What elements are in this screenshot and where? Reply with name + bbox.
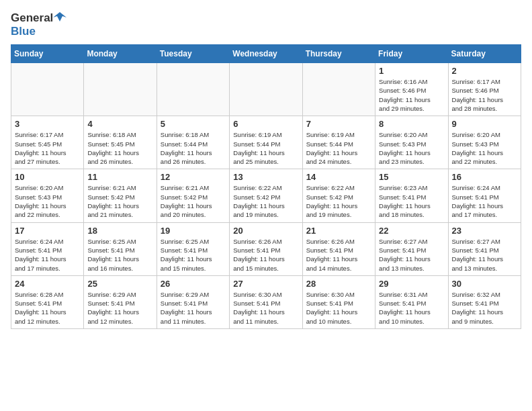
calendar-cell: 25Sunrise: 6:29 AM Sunset: 5:41 PM Dayli…	[84, 275, 157, 328]
day-info: Sunrise: 6:30 AM Sunset: 5:41 PM Dayligh…	[233, 290, 298, 326]
calendar-week-row: 1Sunrise: 6:16 AM Sunset: 5:46 PM Daylig…	[11, 63, 521, 116]
calendar-cell: 1Sunrise: 6:16 AM Sunset: 5:46 PM Daylig…	[375, 63, 448, 116]
day-number: 14	[306, 172, 371, 182]
day-info: Sunrise: 6:17 AM Sunset: 5:45 PM Dayligh…	[15, 130, 80, 166]
logo: General Blue	[11, 11, 66, 38]
calendar-week-row: 24Sunrise: 6:28 AM Sunset: 5:41 PM Dayli…	[11, 275, 521, 328]
logo-line2: Blue	[11, 25, 66, 38]
day-number: 21	[306, 226, 371, 236]
calendar-cell	[230, 63, 302, 116]
day-info: Sunrise: 6:24 AM Sunset: 5:41 PM Dayligh…	[452, 183, 517, 219]
day-number: 25	[87, 279, 152, 289]
day-info: Sunrise: 6:23 AM Sunset: 5:41 PM Dayligh…	[379, 183, 444, 219]
day-info: Sunrise: 6:26 AM Sunset: 5:41 PM Dayligh…	[233, 237, 298, 273]
day-number: 28	[306, 279, 371, 289]
calendar-cell: 16Sunrise: 6:24 AM Sunset: 5:41 PM Dayli…	[448, 169, 521, 222]
day-info: Sunrise: 6:22 AM Sunset: 5:42 PM Dayligh…	[306, 183, 371, 219]
calendar-cell: 5Sunrise: 6:18 AM Sunset: 5:44 PM Daylig…	[157, 116, 229, 169]
page-header: General Blue	[11, 11, 521, 38]
day-number: 7	[306, 119, 371, 129]
calendar-cell: 11Sunrise: 6:21 AM Sunset: 5:42 PM Dayli…	[84, 169, 157, 222]
day-info: Sunrise: 6:18 AM Sunset: 5:44 PM Dayligh…	[161, 130, 226, 166]
day-number: 6	[233, 119, 298, 129]
day-info: Sunrise: 6:30 AM Sunset: 5:41 PM Dayligh…	[306, 290, 371, 326]
calendar-cell	[11, 63, 84, 116]
day-number: 24	[15, 279, 80, 289]
day-number: 2	[452, 66, 517, 76]
calendar-cell	[84, 63, 157, 116]
calendar-cell: 10Sunrise: 6:20 AM Sunset: 5:43 PM Dayli…	[11, 169, 84, 222]
weekday-header-tuesday: Tuesday	[157, 45, 229, 63]
calendar-cell: 7Sunrise: 6:19 AM Sunset: 5:44 PM Daylig…	[302, 116, 375, 169]
day-number: 18	[87, 226, 152, 236]
day-info: Sunrise: 6:27 AM Sunset: 5:41 PM Dayligh…	[452, 237, 517, 273]
weekday-header-saturday: Saturday	[448, 45, 521, 63]
logo-line1: General	[11, 11, 66, 25]
day-info: Sunrise: 6:17 AM Sunset: 5:46 PM Dayligh…	[452, 77, 517, 113]
logo-bird-icon	[53, 12, 66, 21]
day-info: Sunrise: 6:16 AM Sunset: 5:46 PM Dayligh…	[379, 77, 444, 113]
calendar-cell	[157, 63, 229, 116]
calendar-cell: 17Sunrise: 6:24 AM Sunset: 5:41 PM Dayli…	[11, 222, 84, 275]
day-number: 11	[87, 172, 152, 182]
calendar-cell	[302, 63, 375, 116]
day-info: Sunrise: 6:29 AM Sunset: 5:41 PM Dayligh…	[161, 290, 226, 326]
weekday-header-monday: Monday	[84, 45, 157, 63]
calendar-cell: 19Sunrise: 6:25 AM Sunset: 5:41 PM Dayli…	[157, 222, 229, 275]
day-number: 9	[452, 119, 517, 129]
svg-marker-0	[53, 12, 66, 21]
day-number: 8	[379, 119, 444, 129]
weekday-header-sunday: Sunday	[11, 45, 84, 63]
calendar-cell: 15Sunrise: 6:23 AM Sunset: 5:41 PM Dayli…	[375, 169, 448, 222]
day-number: 12	[161, 172, 226, 182]
day-number: 23	[452, 226, 517, 236]
day-info: Sunrise: 6:20 AM Sunset: 5:43 PM Dayligh…	[15, 183, 80, 219]
calendar-cell: 3Sunrise: 6:17 AM Sunset: 5:45 PM Daylig…	[11, 116, 84, 169]
day-number: 20	[233, 226, 298, 236]
day-info: Sunrise: 6:22 AM Sunset: 5:42 PM Dayligh…	[233, 183, 298, 219]
day-number: 5	[161, 119, 226, 129]
calendar-table: SundayMondayTuesdayWednesdayThursdayFrid…	[11, 44, 521, 329]
day-number: 29	[379, 279, 444, 289]
weekday-header-thursday: Thursday	[302, 45, 375, 63]
day-info: Sunrise: 6:20 AM Sunset: 5:43 PM Dayligh…	[452, 130, 517, 166]
calendar-cell: 9Sunrise: 6:20 AM Sunset: 5:43 PM Daylig…	[448, 116, 521, 169]
day-number: 17	[15, 226, 80, 236]
calendar-cell: 18Sunrise: 6:25 AM Sunset: 5:41 PM Dayli…	[84, 222, 157, 275]
day-number: 1	[379, 66, 444, 76]
weekday-header-wednesday: Wednesday	[230, 45, 302, 63]
calendar-week-row: 17Sunrise: 6:24 AM Sunset: 5:41 PM Dayli…	[11, 222, 521, 275]
day-info: Sunrise: 6:26 AM Sunset: 5:41 PM Dayligh…	[306, 237, 371, 273]
day-info: Sunrise: 6:29 AM Sunset: 5:41 PM Dayligh…	[87, 290, 152, 326]
calendar-cell: 26Sunrise: 6:29 AM Sunset: 5:41 PM Dayli…	[157, 275, 229, 328]
calendar-cell: 23Sunrise: 6:27 AM Sunset: 5:41 PM Dayli…	[448, 222, 521, 275]
day-info: Sunrise: 6:24 AM Sunset: 5:41 PM Dayligh…	[15, 237, 80, 273]
calendar-cell: 20Sunrise: 6:26 AM Sunset: 5:41 PM Dayli…	[230, 222, 302, 275]
calendar-cell: 2Sunrise: 6:17 AM Sunset: 5:46 PM Daylig…	[448, 63, 521, 116]
calendar-cell: 14Sunrise: 6:22 AM Sunset: 5:42 PM Dayli…	[302, 169, 375, 222]
day-info: Sunrise: 6:21 AM Sunset: 5:42 PM Dayligh…	[161, 183, 226, 219]
calendar-cell: 13Sunrise: 6:22 AM Sunset: 5:42 PM Dayli…	[230, 169, 302, 222]
day-info: Sunrise: 6:25 AM Sunset: 5:41 PM Dayligh…	[161, 237, 226, 273]
calendar-cell: 24Sunrise: 6:28 AM Sunset: 5:41 PM Dayli…	[11, 275, 84, 328]
calendar-cell: 22Sunrise: 6:27 AM Sunset: 5:41 PM Dayli…	[375, 222, 448, 275]
day-info: Sunrise: 6:19 AM Sunset: 5:44 PM Dayligh…	[233, 130, 298, 166]
day-number: 15	[379, 172, 444, 182]
calendar-cell: 21Sunrise: 6:26 AM Sunset: 5:41 PM Dayli…	[302, 222, 375, 275]
day-number: 30	[452, 279, 517, 289]
weekday-header-friday: Friday	[375, 45, 448, 63]
day-info: Sunrise: 6:27 AM Sunset: 5:41 PM Dayligh…	[379, 237, 444, 273]
calendar-cell: 4Sunrise: 6:18 AM Sunset: 5:45 PM Daylig…	[84, 116, 157, 169]
calendar-cell: 30Sunrise: 6:32 AM Sunset: 5:41 PM Dayli…	[448, 275, 521, 328]
day-number: 19	[161, 226, 226, 236]
day-info: Sunrise: 6:21 AM Sunset: 5:42 PM Dayligh…	[87, 183, 152, 219]
day-info: Sunrise: 6:20 AM Sunset: 5:43 PM Dayligh…	[379, 130, 444, 166]
calendar-cell: 12Sunrise: 6:21 AM Sunset: 5:42 PM Dayli…	[157, 169, 229, 222]
day-number: 4	[87, 119, 152, 129]
calendar-week-row: 3Sunrise: 6:17 AM Sunset: 5:45 PM Daylig…	[11, 116, 521, 169]
calendar-cell: 28Sunrise: 6:30 AM Sunset: 5:41 PM Dayli…	[302, 275, 375, 328]
day-number: 13	[233, 172, 298, 182]
day-info: Sunrise: 6:28 AM Sunset: 5:41 PM Dayligh…	[15, 290, 80, 326]
day-number: 3	[15, 119, 80, 129]
day-number: 16	[452, 172, 517, 182]
